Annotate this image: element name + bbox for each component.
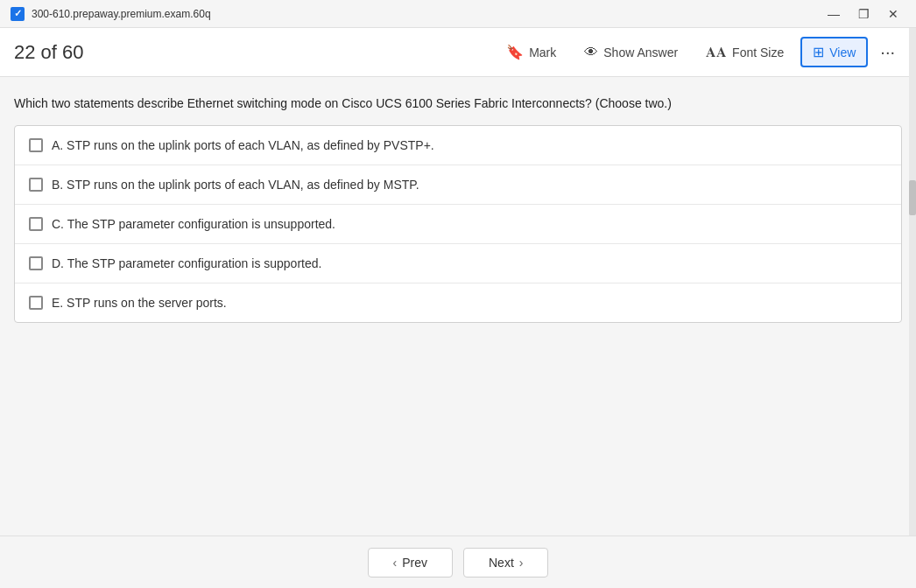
- option-row-b[interactable]: B. STP runs on the uplink ports of each …: [15, 165, 901, 205]
- window-title: 300-610.prepaway.premium.exam.60q: [32, 8, 211, 20]
- question-counter: 22 of 60: [14, 41, 84, 64]
- minimize-button[interactable]: —: [821, 4, 846, 24]
- title-bar: 300-610.prepaway.premium.exam.60q — ❐ ✕: [0, 0, 916, 28]
- maximize-button[interactable]: ❐: [851, 4, 876, 24]
- option-row-a[interactable]: A. STP runs on the uplink ports of each …: [15, 126, 901, 165]
- option-label-c: C. The STP parameter configuration is un…: [52, 217, 335, 231]
- content-area: Which two statements describe Ethernet s…: [0, 77, 916, 536]
- next-label: Next: [489, 556, 514, 570]
- mark-button[interactable]: 🔖 Mark: [495, 38, 567, 66]
- title-bar-left: 300-610.prepaway.premium.exam.60q: [11, 7, 211, 21]
- bookmark-icon: 🔖: [506, 44, 524, 60]
- option-label-a: A. STP runs on the uplink ports of each …: [52, 138, 434, 152]
- window-controls: — ❐ ✕: [821, 4, 905, 24]
- checkbox-b[interactable]: [29, 178, 43, 192]
- close-button[interactable]: ✕: [881, 4, 905, 24]
- checkbox-e[interactable]: [29, 296, 43, 310]
- scroll-strip: [909, 28, 916, 536]
- view-icon: ⊞: [813, 44, 824, 60]
- options-container: A. STP runs on the uplink ports of each …: [14, 125, 902, 323]
- prev-arrow-icon: ‹: [393, 556, 398, 570]
- font-icon: 𝐀𝐀: [706, 45, 727, 60]
- option-label-e: E. STP runs on the server ports.: [52, 296, 227, 310]
- next-button[interactable]: Next ›: [463, 548, 548, 578]
- scroll-marker: [909, 180, 916, 215]
- checkbox-a[interactable]: [29, 138, 43, 152]
- option-label-d: D. The STP parameter configuration is su…: [52, 256, 321, 270]
- toolbar: 22 of 60 🔖 Mark 👁 Show Answer 𝐀𝐀 Font Si…: [0, 28, 916, 77]
- font-size-button[interactable]: 𝐀𝐀 Font Size: [694, 38, 795, 66]
- prev-label: Prev: [402, 556, 427, 570]
- mark-label: Mark: [529, 46, 556, 60]
- view-label: View: [829, 46, 856, 60]
- show-answer-button[interactable]: 👁 Show Answer: [573, 38, 689, 66]
- show-answer-label: Show Answer: [603, 46, 678, 60]
- option-row-c[interactable]: C. The STP parameter configuration is un…: [15, 205, 901, 244]
- font-size-label: Font Size: [732, 46, 784, 60]
- option-row-e[interactable]: E. STP runs on the server ports.: [15, 284, 901, 322]
- bottom-navigation: ‹ Prev Next ›: [0, 536, 916, 588]
- option-label-b: B. STP runs on the uplink ports of each …: [52, 178, 419, 192]
- checkbox-c[interactable]: [29, 217, 43, 231]
- checkbox-d[interactable]: [29, 256, 43, 270]
- view-button[interactable]: ⊞ View: [800, 37, 868, 67]
- toolbar-actions: 🔖 Mark 👁 Show Answer 𝐀𝐀 Font Size ⊞ View…: [495, 37, 902, 67]
- question-text: Which two statements describe Ethernet s…: [14, 94, 902, 113]
- next-arrow-icon: ›: [519, 556, 524, 570]
- option-row-d[interactable]: D. The STP parameter configuration is su…: [15, 244, 901, 284]
- more-button[interactable]: ···: [873, 37, 902, 67]
- eye-icon: 👁: [584, 45, 598, 60]
- app-icon: [11, 7, 25, 21]
- prev-button[interactable]: ‹ Prev: [368, 548, 453, 578]
